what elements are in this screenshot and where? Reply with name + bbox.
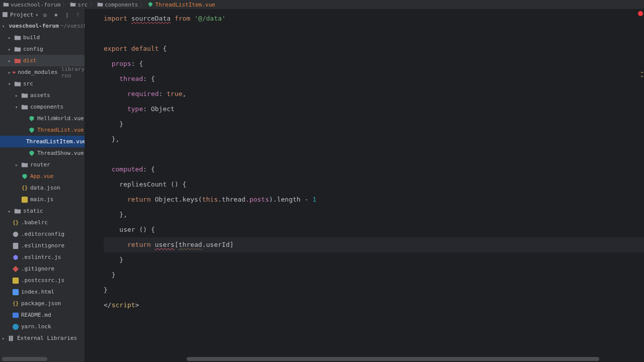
code-line: export default { bbox=[104, 41, 644, 56]
tree-build[interactable]: ▸ build bbox=[0, 32, 85, 43]
file-tree: ▾ vueschool-forum~/vuesch ▸ build ▸ conf… bbox=[0, 20, 85, 362]
breadcrumb-root[interactable]: vueschool-forum bbox=[3, 2, 60, 8]
tree-gitignore[interactable]: .gitignore bbox=[0, 263, 85, 275]
warning-mark[interactable] bbox=[641, 76, 643, 77]
tree-src[interactable]: ▾ src bbox=[0, 78, 85, 89]
tree-appvue[interactable]: App.vue bbox=[0, 170, 85, 182]
svg-rect-3 bbox=[13, 277, 19, 283]
tree-threadlistitem[interactable]: ThreadListItem.vue bbox=[0, 136, 85, 147]
sidebar-header: Project ▾ ◎ ✱ | ⁝ ⊢ bbox=[0, 9, 85, 20]
json-icon: {} bbox=[21, 185, 28, 192]
folder-icon bbox=[70, 2, 76, 8]
warning-mark[interactable] bbox=[641, 72, 643, 73]
code-line: computed: { bbox=[104, 162, 644, 177]
tree-indexhtml-label: index.html bbox=[21, 289, 54, 295]
svg-rect-2 bbox=[13, 242, 19, 248]
dropdown-icon[interactable]: ▾ bbox=[35, 12, 38, 18]
json-icon: {} bbox=[12, 219, 19, 226]
tree-external-libs[interactable]: ▸ External Libraries bbox=[0, 332, 85, 344]
breadcrumb-components[interactable]: components bbox=[97, 2, 138, 8]
tree-components[interactable]: ▾ components bbox=[0, 101, 85, 113]
vue-icon bbox=[28, 127, 35, 134]
collapse-icon[interactable]: ✱ bbox=[52, 11, 59, 18]
tree-node-modules-label: node_modules bbox=[18, 69, 57, 75]
target-icon[interactable]: ◎ bbox=[41, 11, 48, 18]
tree-packagejson[interactable]: {} package.json bbox=[0, 298, 85, 309]
tree-eslintrc[interactable]: .eslintrc.js bbox=[0, 251, 85, 263]
tree-eslintignore[interactable]: .eslintignore bbox=[0, 240, 85, 251]
tree-assets[interactable]: ▸ assets bbox=[0, 89, 85, 101]
tree-dist[interactable]: ▸ dist bbox=[0, 55, 85, 66]
tree-packagejson-label: package.json bbox=[21, 300, 61, 307]
tree-router[interactable]: ▸ router bbox=[0, 159, 85, 170]
tree-components-label: components bbox=[30, 104, 63, 110]
chevron-right-icon: ▸ bbox=[15, 162, 19, 167]
vue-icon bbox=[147, 2, 153, 8]
settings-icon[interactable]: ⁝ bbox=[74, 11, 82, 18]
tree-static-label: static bbox=[23, 208, 43, 214]
tree-editorconfig-label: .editorconfig bbox=[21, 231, 64, 237]
tree-datajson[interactable]: {} data.json bbox=[0, 182, 85, 194]
svg-rect-0 bbox=[22, 196, 28, 202]
code-line bbox=[104, 26, 644, 41]
tree-root[interactable]: ▾ vueschool-forum~/vuesch bbox=[0, 20, 85, 32]
svg-point-6 bbox=[13, 323, 19, 329]
tree-babelrc[interactable]: {} .babelrc bbox=[0, 217, 85, 228]
tree-indexhtml[interactable]: index.html bbox=[0, 286, 85, 298]
breadcrumb-sep: 〉 bbox=[90, 1, 95, 9]
scrollbar-thumb[interactable] bbox=[187, 357, 599, 361]
breadcrumb-src-label: src bbox=[77, 2, 88, 8]
svg-rect-4 bbox=[13, 289, 19, 295]
code-line: return Object.keys(this.thread.posts).le… bbox=[104, 192, 644, 207]
folder-icon bbox=[21, 92, 28, 99]
breadcrumb-file[interactable]: ThreadListItem.vue bbox=[147, 2, 215, 8]
sidebar-h-scrollbar[interactable] bbox=[2, 357, 47, 361]
chevron-right-icon: ▸ bbox=[8, 47, 12, 52]
tree-eslintignore-label: .eslintignore bbox=[21, 242, 64, 249]
tree-threadlist[interactable]: ThreadList.vue bbox=[0, 124, 85, 136]
svg-rect-8 bbox=[11, 335, 13, 341]
tree-router-label: router bbox=[30, 161, 50, 168]
tree-yarnlock[interactable]: yarn.lock bbox=[0, 321, 85, 332]
tree-root-hint: ~/vuesch bbox=[60, 23, 85, 29]
tree-postcssrc[interactable]: .postcssrc.js bbox=[0, 275, 85, 286]
code-line: props: { bbox=[104, 56, 644, 71]
code-area[interactable]: import sourceData from '@/data' export d… bbox=[85, 9, 644, 321]
tree-config[interactable]: ▸ config bbox=[0, 43, 85, 55]
code-editor[interactable]: import sourceData from '@/data' export d… bbox=[85, 9, 644, 362]
eslint-icon bbox=[12, 254, 19, 261]
folder-icon bbox=[14, 46, 21, 53]
tree-gitignore-label: .gitignore bbox=[21, 265, 54, 272]
breadcrumb-components-label: components bbox=[105, 2, 138, 8]
tree-helloworld[interactable]: HelloWorld.vue bbox=[0, 113, 85, 124]
tree-static[interactable]: ▸ static bbox=[0, 205, 85, 217]
breadcrumb-src[interactable]: src bbox=[70, 2, 88, 8]
code-line: </script> bbox=[104, 298, 644, 313]
code-line: } bbox=[104, 283, 644, 298]
chevron-down-icon: ▾ bbox=[8, 81, 12, 86]
tree-mainjs[interactable]: main.js bbox=[0, 194, 85, 205]
breadcrumb-bar: vueschool-forum 〉 src 〉 components 〉 Thr… bbox=[0, 0, 644, 9]
chevron-right-icon: ▸ bbox=[15, 93, 19, 98]
vue-icon bbox=[21, 173, 28, 180]
tree-node-modules[interactable]: ▸ node_modules library roo bbox=[0, 66, 85, 78]
svg-rect-7 bbox=[9, 335, 11, 341]
folder-icon bbox=[21, 161, 28, 168]
folder-icon bbox=[13, 69, 16, 76]
tree-config-label: config bbox=[23, 46, 43, 52]
tree-readme[interactable]: README.md bbox=[0, 309, 85, 321]
libraries-icon bbox=[8, 335, 15, 342]
vue-icon bbox=[28, 115, 35, 122]
folder-icon bbox=[14, 34, 21, 41]
tree-editorconfig[interactable]: .editorconfig bbox=[0, 228, 85, 240]
yarn-icon bbox=[12, 323, 19, 330]
sidebar-header-label[interactable]: Project bbox=[10, 12, 33, 18]
code-line: import sourceData from '@/data' bbox=[104, 11, 644, 26]
tree-datajson-label: data.json bbox=[30, 185, 60, 191]
js-icon bbox=[21, 196, 28, 203]
error-indicator-icon[interactable] bbox=[638, 11, 643, 16]
svg-point-1 bbox=[13, 231, 19, 237]
tree-babelrc-label: .babelrc bbox=[21, 219, 48, 226]
tree-threadshow[interactable]: ThreadShow.vue bbox=[0, 147, 85, 159]
editor-h-scrollbar[interactable] bbox=[85, 357, 644, 361]
